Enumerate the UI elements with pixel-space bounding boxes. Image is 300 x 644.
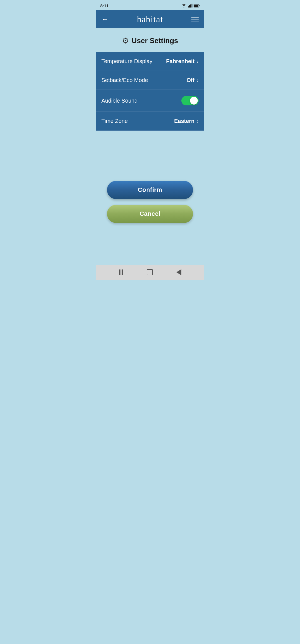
time-zone-value: Eastern (174, 118, 194, 124)
temperature-display-label: Temperature Display (101, 58, 152, 65)
page-title: User Settings (132, 36, 178, 45)
top-nav: ← habitat (96, 10, 204, 28)
android-nav-bar (96, 265, 204, 280)
setback-eco-mode-row[interactable]: Setback/Eco Mode Off › (96, 71, 204, 90)
audible-sound-label: Audible Sound (101, 98, 138, 104)
time-zone-row[interactable]: Time Zone Eastern › (96, 112, 204, 131)
bottom-space (96, 231, 204, 265)
action-buttons: Confirm Cancel (96, 175, 204, 231)
recents-button[interactable] (119, 269, 123, 275)
svg-rect-6 (199, 5, 200, 6)
toggle-thumb (190, 97, 198, 105)
time-zone-label: Time Zone (101, 118, 128, 124)
app-logo: habitat (137, 14, 163, 24)
settings-list: Temperature Display Fahrenheit › Setback… (96, 52, 204, 131)
gear-icon: ⚙ (122, 36, 129, 45)
temperature-display-right: Fahrenheit › (166, 58, 199, 65)
battery-icon (194, 4, 200, 8)
svg-rect-3 (192, 4, 192, 8)
home-button[interactable] (147, 269, 153, 275)
svg-rect-0 (188, 6, 189, 8)
status-time: 8:11 (100, 3, 109, 8)
back-button[interactable]: ← (101, 15, 109, 24)
cancel-button[interactable]: Cancel (107, 205, 193, 223)
toggle-track (181, 96, 199, 105)
content-spacer (96, 131, 204, 175)
setback-eco-label: Setback/Eco Mode (101, 77, 148, 83)
svg-rect-1 (189, 5, 190, 8)
menu-button[interactable] (191, 17, 199, 21)
status-icons (181, 4, 200, 8)
time-zone-chevron-icon: › (197, 118, 199, 124)
setback-chevron-icon: › (197, 77, 199, 83)
svg-rect-2 (190, 4, 191, 8)
audible-sound-row: Audible Sound (96, 90, 204, 112)
setback-eco-right: Off › (186, 77, 199, 83)
back-nav-button[interactable] (176, 269, 181, 275)
temperature-display-value: Fahrenheit (166, 58, 194, 65)
time-zone-right: Eastern › (174, 118, 199, 124)
status-bar: 8:11 (96, 0, 204, 10)
svg-rect-5 (194, 4, 198, 7)
temperature-display-row[interactable]: Temperature Display Fahrenheit › (96, 52, 204, 71)
setback-eco-value: Off (186, 77, 194, 83)
page-header: ⚙ User Settings (96, 28, 204, 52)
audible-sound-toggle[interactable] (181, 96, 199, 105)
confirm-button[interactable]: Confirm (107, 181, 193, 199)
signal-icon (188, 4, 192, 8)
temperature-chevron-icon: › (197, 58, 199, 65)
wifi-icon (181, 4, 186, 8)
